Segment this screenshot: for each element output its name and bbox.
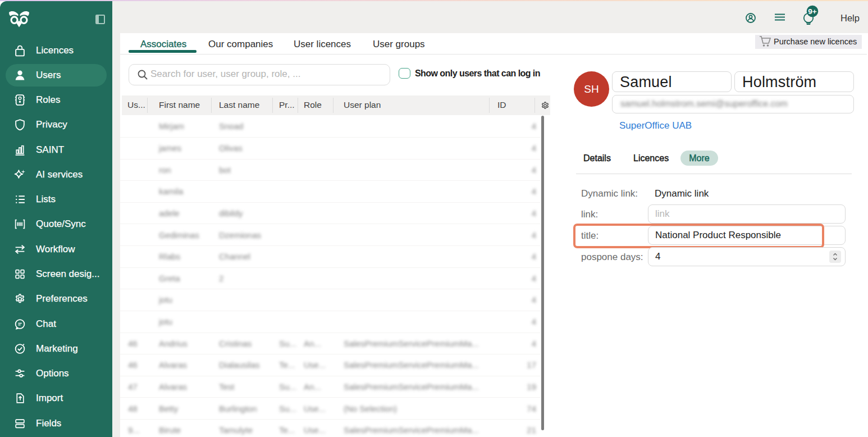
svg-text:9+: 9+ <box>808 7 817 16</box>
